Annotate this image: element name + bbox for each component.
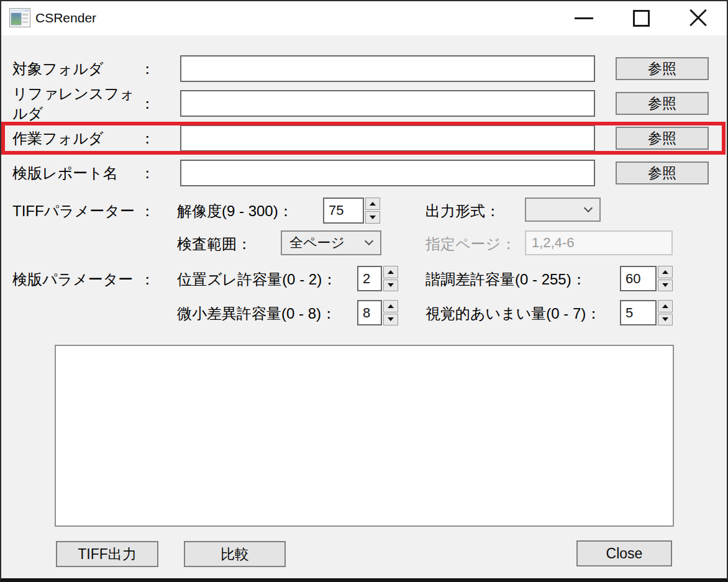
- reference-folder-browse-button[interactable]: 参照: [616, 92, 709, 115]
- tiff-parameters-label: TIFFパラメーター ：: [12, 198, 155, 224]
- visual-ambiguity-label: 視覚的あいまい量(0 - 7)：: [425, 301, 601, 326]
- work-folder-browse-button[interactable]: 参照: [616, 127, 709, 150]
- spin-arrows: [658, 266, 673, 291]
- gradation-tolerance-spinner: [620, 266, 673, 291]
- visual-ambiguity-spinner: [620, 300, 673, 325]
- window-title: CSRender: [35, 0, 96, 35]
- position-tolerance-spin-up-button[interactable]: [383, 266, 398, 278]
- inspection-parameters-label: 検版パラメーター ：: [12, 266, 155, 292]
- minor-diff-tolerance-input[interactable]: [357, 300, 382, 325]
- spin-arrows: [658, 300, 673, 325]
- page-spec-label: 指定ページ：: [425, 231, 516, 257]
- spin-down-icon: [388, 317, 394, 321]
- minor-diff-tolerance-spin-up-button[interactable]: [383, 300, 398, 312]
- spin-down-icon: [388, 283, 394, 287]
- spin-arrows: [365, 198, 380, 224]
- resolution-spin-up-button[interactable]: [365, 198, 380, 210]
- page-spec-input: [525, 230, 673, 255]
- spin-up-icon: [388, 304, 394, 308]
- label-colon: ：: [140, 163, 155, 183]
- maximize-icon: [633, 10, 650, 27]
- target-folder-browse-button[interactable]: 参照: [616, 57, 709, 80]
- minor-diff-tolerance-spin-down-button[interactable]: [383, 314, 398, 326]
- label-text: TIFFパラメーター: [12, 201, 135, 221]
- maximize-button[interactable]: [612, 1, 670, 35]
- target-folder-input[interactable]: [180, 55, 595, 82]
- label-colon: ：: [140, 59, 155, 79]
- minor-diff-tolerance-spinner: [357, 300, 398, 325]
- resolution-spin-down-button[interactable]: [365, 211, 380, 224]
- output-format-dropdown[interactable]: [525, 198, 601, 222]
- minimize-icon: [575, 17, 593, 19]
- label-text: 検版パラメーター: [12, 270, 133, 289]
- scan-range-dropdown[interactable]: 全ページ: [281, 230, 381, 255]
- visual-ambiguity-spin-up-button[interactable]: [658, 300, 673, 312]
- resolution-spinner: [323, 198, 380, 224]
- spin-arrows: [383, 266, 398, 291]
- label-colon: ：: [140, 94, 155, 114]
- resolution-label: 解像度(9 - 300)：: [177, 198, 293, 224]
- spin-up-icon: [662, 270, 668, 274]
- spin-up-icon: [370, 202, 376, 206]
- title-bar: CSRender: [0, 0, 728, 35]
- tiff-output-button[interactable]: TIFF出力: [56, 541, 158, 567]
- label-colon: ：: [140, 201, 155, 221]
- scan-range-label: 検査範囲：: [177, 231, 252, 257]
- position-tolerance-label: 位置ズレ許容量(0 - 2)：: [177, 266, 337, 292]
- report-name-label: 検版レポート名 ：: [12, 160, 155, 186]
- visual-ambiguity-spin-down-button[interactable]: [658, 314, 673, 326]
- application-window-icon: [9, 8, 30, 27]
- label-colon: ：: [140, 129, 155, 148]
- reference-folder-label: リファレンスフォルダ ：: [12, 90, 155, 117]
- spin-up-icon: [662, 304, 668, 308]
- work-folder-input[interactable]: [180, 125, 595, 152]
- close-icon: [688, 7, 709, 29]
- chevron-down-icon: [365, 237, 373, 245]
- gradation-tolerance-spin-down-button[interactable]: [658, 280, 673, 292]
- gradation-tolerance-input[interactable]: [620, 266, 657, 291]
- label-text: 検版レポート名: [12, 163, 118, 183]
- log-output-area[interactable]: [55, 345, 674, 527]
- report-name-input[interactable]: [180, 160, 595, 186]
- resolution-input[interactable]: [323, 198, 364, 224]
- chevron-down-icon: [584, 203, 593, 212]
- minimize-button[interactable]: [555, 1, 612, 35]
- compare-button[interactable]: 比較: [184, 541, 286, 567]
- spin-up-icon: [388, 270, 394, 274]
- spin-down-icon: [662, 317, 668, 321]
- work-folder-label: 作業フォルダ ：: [12, 125, 155, 152]
- minor-diff-tolerance-label: 微小差異許容量(0 - 8)：: [177, 301, 336, 326]
- spin-down-icon: [370, 216, 376, 219]
- spin-arrows: [383, 300, 398, 325]
- label-text: 作業フォルダ: [12, 129, 103, 148]
- position-tolerance-spin-down-button[interactable]: [383, 280, 398, 292]
- label-text: リファレンスフォルダ: [12, 84, 140, 124]
- position-tolerance-input[interactable]: [357, 266, 382, 291]
- target-folder-label: 対象フォルダ ：: [12, 55, 155, 82]
- spin-down-icon: [662, 283, 668, 287]
- output-format-label: 出力形式：: [425, 198, 500, 224]
- close-button[interactable]: Close: [576, 540, 672, 566]
- csrender-window: CSRender 対象フォルダ ： 参照 リファレンスフォルダ ： 参照 作業フ…: [0, 0, 728, 582]
- label-colon: ：: [140, 270, 155, 289]
- visual-ambiguity-input[interactable]: [620, 300, 657, 325]
- close-window-button[interactable]: [670, 1, 727, 35]
- gradation-tolerance-spin-up-button[interactable]: [658, 266, 673, 278]
- position-tolerance-spinner: [357, 266, 398, 291]
- reference-folder-input[interactable]: [180, 90, 595, 117]
- gradation-tolerance-label: 諧調差許容量(0 - 255)：: [425, 266, 586, 292]
- report-name-browse-button[interactable]: 参照: [616, 161, 709, 184]
- scan-range-value: 全ページ: [289, 234, 345, 252]
- label-text: 対象フォルダ: [12, 59, 103, 79]
